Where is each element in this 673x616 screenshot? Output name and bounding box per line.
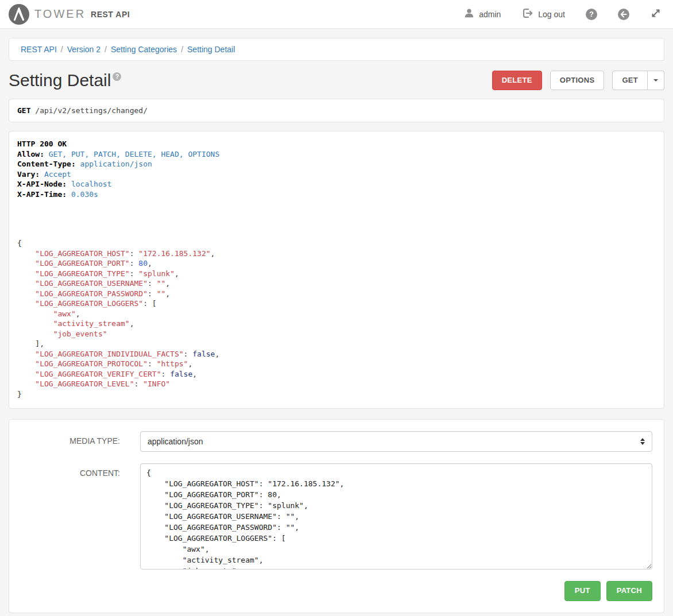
content-textarea[interactable]: { "LOG_AGGREGATOR_HOST": "172.16.185.132… — [140, 463, 652, 569]
method-toolbar: DELETE OPTIONS GET — [492, 71, 664, 90]
brand: TOWER REST API — [9, 4, 130, 25]
response-info: HTTP 200 OK Allow: GET, PUT, PATCH, DELE… — [9, 131, 664, 409]
response-body-json: { "LOG_AGGREGATOR_HOST": "172.16.185.132… — [17, 238, 656, 399]
title-row: Setting Detail ? DELETE OPTIONS GET — [9, 71, 664, 90]
response-json-line: "LOG_AGGREGATOR_PASSWORD": "", — [17, 289, 656, 299]
breadcrumb-link[interactable]: Version 2 — [67, 45, 100, 54]
put-button[interactable]: PUT — [564, 581, 601, 600]
logout-label: Log out — [538, 10, 565, 19]
response-json-line: "LOG_AGGREGATOR_PORT": 80, — [17, 258, 656, 269]
response-header-line: Allow: GET, PUT, PATCH, DELETE, HEAD, OP… — [17, 149, 656, 160]
breadcrumb-separator: / — [177, 45, 187, 54]
response-json-line: "job_events" — [17, 329, 656, 339]
response-json-line: ], — [17, 339, 656, 349]
response-json-line: "LOG_AGGREGATOR_PROTOCOL": "https", — [17, 359, 656, 369]
breadcrumb: REST API/Version 2/Setting Categories/Se… — [9, 38, 664, 61]
options-button[interactable]: OPTIONS — [550, 71, 605, 90]
response-header-line: Content-Type: application/json — [17, 159, 656, 169]
response-json-line: "LOG_AGGREGATOR_LOGGERS": [ — [17, 299, 656, 309]
response-status: HTTP 200 OK — [17, 139, 656, 149]
page-title-text: Setting Detail — [9, 71, 111, 90]
form-actions: PUT PATCH — [21, 581, 652, 600]
caret-down-icon — [653, 79, 658, 82]
response-headers: Allow: GET, PUT, PATCH, DELETE, HEAD, OP… — [17, 149, 656, 200]
patch-button[interactable]: PATCH — [606, 581, 652, 600]
brand-rest-api-label: REST API — [91, 10, 130, 19]
media-type-label: MEDIA TYPE: — [21, 431, 120, 445]
media-type-select[interactable]: application/json — [140, 431, 652, 452]
response-header-line: X-API-Node: localhost — [17, 179, 656, 189]
page-title: Setting Detail ? — [9, 71, 121, 90]
logout-link[interactable]: Log out — [521, 7, 565, 21]
user-icon — [464, 8, 474, 20]
response-json-line: { — [17, 238, 656, 249]
response-json-line: "LOG_AGGREGATOR_LEVEL": "INFO" — [17, 379, 656, 389]
response-json-line: "activity_stream", — [17, 319, 656, 329]
breadcrumb-link[interactable]: Setting Categories — [111, 45, 177, 54]
response-json-line: "LOG_AGGREGATOR_USERNAME": "", — [17, 278, 656, 289]
request-method: GET — [17, 106, 30, 115]
content-form: MEDIA TYPE: application/json CONTENT: { … — [9, 419, 664, 613]
back-icon[interactable] — [618, 9, 629, 20]
get-dropdown-toggle[interactable] — [648, 71, 664, 90]
expand-icon[interactable] — [650, 7, 662, 21]
breadcrumb-link[interactable]: Setting Detail — [187, 45, 235, 54]
title-help-icon[interactable]: ? — [113, 72, 121, 81]
breadcrumb-link[interactable]: REST API — [21, 45, 57, 54]
navbar-actions: admin Log out ? — [464, 7, 662, 21]
help-icon[interactable]: ? — [586, 9, 597, 20]
brand-tower-label: TOWER — [34, 7, 86, 21]
logout-icon — [521, 7, 533, 21]
response-json-line: } — [17, 389, 656, 400]
response-json-line: "LOG_AGGREGATOR_TYPE": "splunk", — [17, 269, 656, 279]
delete-button[interactable]: DELETE — [492, 71, 542, 90]
ansible-logo-icon — [9, 4, 29, 25]
response-json-line: "LOG_AGGREGATOR_INDIVIDUAL_FACTS": false… — [17, 349, 656, 359]
response-json-line: "awx", — [17, 309, 656, 319]
content-label: CONTENT: — [21, 463, 120, 478]
media-type-row: MEDIA TYPE: application/json — [21, 431, 652, 452]
get-button-group: GET — [612, 71, 664, 90]
username-label: admin — [479, 10, 501, 19]
media-type-value: application/json — [148, 437, 203, 446]
response-header-line: X-API-Time: 0.030s — [17, 189, 656, 200]
request-path: /api/v2/settings/changed/ — [30, 106, 148, 115]
top-navbar: TOWER REST API admin Log out ? — [0, 0, 673, 29]
response-json-line: "LOG_AGGREGATOR_VERIFY_CERT": false, — [17, 369, 656, 379]
response-json-line: "LOG_AGGREGATOR_HOST": "172.16.185.132", — [17, 249, 656, 259]
content-row: CONTENT: { "LOG_AGGREGATOR_HOST": "172.1… — [21, 463, 652, 569]
request-info: GET /api/v2/settings/changed/ — [9, 99, 664, 122]
response-header-line: Vary: Accept — [17, 169, 656, 180]
select-arrows-icon — [640, 438, 645, 445]
breadcrumb-separator: / — [57, 45, 67, 54]
user-menu[interactable]: admin — [464, 8, 501, 20]
breadcrumb-separator: / — [100, 45, 111, 54]
get-button[interactable]: GET — [612, 71, 648, 90]
